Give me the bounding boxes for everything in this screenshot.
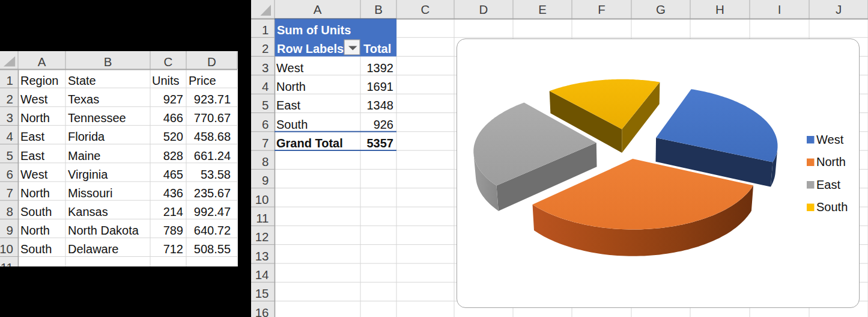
- svg-text:Units: Units: [152, 74, 180, 87]
- svg-text:6: 6: [262, 117, 269, 131]
- svg-text:214: 214: [163, 205, 183, 218]
- svg-text:4: 4: [7, 129, 13, 143]
- svg-text:8: 8: [262, 155, 269, 168]
- svg-text:East: East: [20, 149, 44, 162]
- svg-text:G: G: [656, 2, 666, 16]
- svg-text:Row Labels: Row Labels: [277, 42, 344, 55]
- svg-text:North: North: [276, 80, 306, 93]
- svg-text:712: 712: [163, 242, 183, 256]
- svg-text:Total: Total: [363, 42, 391, 55]
- svg-text:15: 15: [255, 286, 269, 300]
- svg-text:E: E: [538, 2, 547, 16]
- svg-text:9: 9: [262, 173, 269, 187]
- svg-text:D: D: [479, 2, 488, 16]
- svg-text:661.24: 661.24: [194, 149, 231, 162]
- svg-text:1: 1: [7, 73, 13, 87]
- svg-text:923.71: 923.71: [194, 93, 231, 106]
- svg-text:Sum of Units: Sum of Units: [277, 23, 351, 37]
- svg-text:927: 927: [163, 93, 183, 106]
- svg-text:3: 3: [262, 61, 269, 75]
- svg-text:Grand Total: Grand Total: [276, 137, 343, 150]
- svg-text:9: 9: [7, 223, 13, 237]
- svg-text:West: West: [276, 61, 304, 75]
- svg-text:South: South: [816, 200, 848, 214]
- svg-text:Price: Price: [189, 74, 216, 87]
- svg-text:12: 12: [255, 230, 269, 244]
- svg-text:458.68: 458.68: [194, 130, 231, 143]
- svg-text:A: A: [314, 2, 322, 16]
- svg-text:North: North: [20, 224, 50, 237]
- svg-text:16: 16: [255, 306, 269, 317]
- svg-text:640.72: 640.72: [194, 224, 231, 237]
- svg-text:C: C: [421, 2, 430, 16]
- svg-text:Maine: Maine: [68, 149, 100, 162]
- svg-text:508.55: 508.55: [194, 242, 231, 256]
- svg-text:235.67: 235.67: [194, 186, 231, 200]
- svg-text:789: 789: [163, 224, 183, 237]
- svg-text:11: 11: [256, 211, 269, 225]
- svg-text:5: 5: [7, 149, 13, 162]
- svg-text:5357: 5357: [367, 137, 394, 150]
- svg-text:3: 3: [7, 111, 13, 125]
- svg-text:B: B: [374, 2, 383, 16]
- svg-text:Kansas: Kansas: [68, 205, 108, 218]
- svg-text:1691: 1691: [367, 80, 394, 93]
- svg-text:Missouri: Missouri: [68, 186, 112, 200]
- svg-text:C: C: [164, 55, 173, 69]
- svg-text:Region: Region: [20, 74, 58, 87]
- svg-text:West: West: [20, 168, 48, 181]
- svg-text:South: South: [20, 205, 52, 218]
- svg-text:465: 465: [163, 168, 183, 181]
- svg-text:North: North: [816, 155, 846, 168]
- svg-text:North Dakota: North Dakota: [68, 224, 139, 237]
- svg-text:Virginia: Virginia: [68, 168, 108, 181]
- svg-text:13: 13: [255, 249, 269, 263]
- svg-text:5: 5: [262, 98, 269, 112]
- svg-text:6: 6: [7, 167, 13, 181]
- svg-text:11: 11: [1, 260, 13, 266]
- svg-text:Tennessee: Tennessee: [68, 111, 126, 125]
- svg-text:520: 520: [163, 130, 183, 143]
- svg-text:Texas: Texas: [68, 93, 99, 106]
- svg-text:53.58: 53.58: [201, 168, 231, 181]
- svg-text:926: 926: [374, 118, 393, 131]
- svg-text:F: F: [598, 2, 605, 16]
- svg-text:South: South: [276, 118, 308, 131]
- svg-text:State: State: [68, 74, 96, 87]
- svg-text:436: 436: [163, 186, 183, 200]
- svg-text:4: 4: [262, 79, 269, 93]
- svg-text:North: North: [20, 186, 50, 200]
- svg-text:South: South: [20, 242, 52, 256]
- svg-text:West: West: [20, 93, 48, 106]
- svg-text:10: 10: [255, 192, 269, 206]
- svg-text:East: East: [816, 178, 840, 191]
- svg-text:H: H: [715, 2, 724, 16]
- svg-text:I: I: [778, 2, 782, 16]
- svg-text:B: B: [104, 55, 112, 69]
- svg-text:1348: 1348: [367, 99, 394, 112]
- svg-text:D: D: [207, 55, 216, 69]
- svg-text:14: 14: [255, 268, 269, 282]
- svg-text:Delaware: Delaware: [68, 242, 118, 256]
- svg-text:2: 2: [7, 92, 13, 106]
- svg-text:West: West: [816, 133, 844, 146]
- svg-text:1392: 1392: [367, 61, 394, 75]
- svg-text:770.67: 770.67: [194, 111, 231, 125]
- svg-text:466: 466: [163, 111, 183, 125]
- svg-text:East: East: [276, 99, 300, 112]
- svg-text:828: 828: [163, 149, 183, 162]
- svg-text:North: North: [20, 111, 50, 125]
- svg-text:A: A: [38, 55, 46, 69]
- svg-text:2: 2: [262, 42, 269, 55]
- svg-text:8: 8: [7, 205, 13, 218]
- svg-text:7: 7: [7, 186, 13, 200]
- svg-text:992.47: 992.47: [194, 205, 231, 218]
- svg-text:7: 7: [262, 136, 269, 150]
- svg-text:Florida: Florida: [68, 130, 105, 143]
- svg-text:East: East: [20, 130, 44, 143]
- svg-text:J: J: [836, 2, 842, 16]
- svg-text:10: 10: [0, 242, 13, 256]
- svg-text:1: 1: [262, 23, 269, 37]
